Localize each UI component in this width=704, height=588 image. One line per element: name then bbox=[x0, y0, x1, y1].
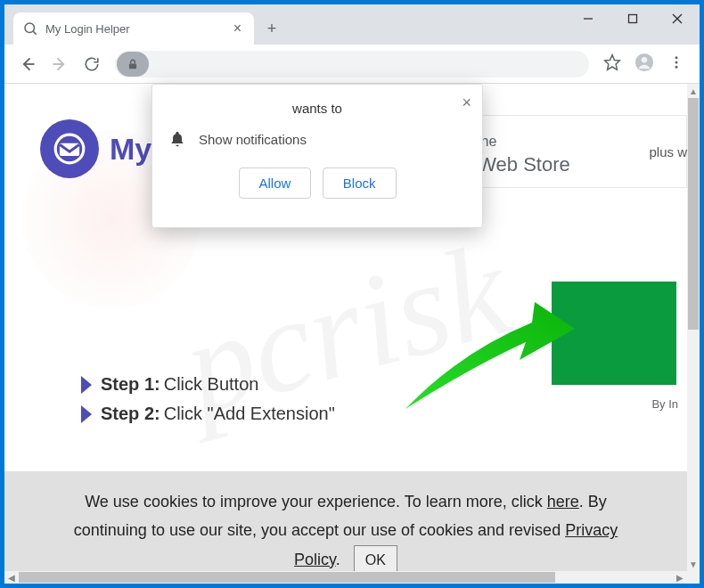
scroll-down-icon[interactable]: ▼ bbox=[687, 557, 700, 571]
svg-rect-3 bbox=[629, 15, 637, 23]
toolbar bbox=[4, 45, 700, 84]
svg-line-1 bbox=[33, 31, 36, 34]
scroll-v-track[interactable] bbox=[687, 98, 700, 557]
tab-close-icon[interactable]: × bbox=[230, 20, 245, 37]
scroll-v-thumb[interactable] bbox=[688, 98, 699, 330]
notification-close-icon[interactable]: × bbox=[462, 94, 471, 112]
tab-title: My Login Helper bbox=[45, 22, 230, 36]
bookmark-button[interactable] bbox=[596, 53, 628, 75]
svg-rect-8 bbox=[129, 63, 136, 69]
svg-point-12 bbox=[675, 56, 678, 59]
svg-point-13 bbox=[675, 61, 678, 63]
steps: Step 1: Click Button Step 2: Click "Add … bbox=[81, 374, 335, 433]
horizontal-scrollbar[interactable]: ◀ ▶ bbox=[4, 571, 687, 584]
browser-window: My Login Helper × + pcrisk bbox=[4, 4, 700, 584]
scroll-corner bbox=[687, 571, 700, 584]
step-1-text: Click Button bbox=[164, 374, 259, 395]
svg-marker-9 bbox=[605, 54, 620, 69]
cookie-text-3: . bbox=[336, 551, 340, 568]
vertical-scrollbar[interactable]: ▲ ▼ bbox=[687, 84, 700, 571]
svg-point-0 bbox=[25, 23, 35, 33]
forward-button[interactable] bbox=[44, 48, 76, 80]
titlebar: My Login Helper × + bbox=[4, 4, 700, 45]
cookie-text-1: We use cookies to improve your experienc… bbox=[85, 493, 547, 510]
browser-tab[interactable]: My Login Helper × bbox=[13, 12, 254, 45]
scroll-left-icon[interactable]: ◀ bbox=[4, 571, 19, 584]
cookie-bar: We use cookies to improve your experienc… bbox=[4, 471, 687, 571]
step-1-label: Step 1: bbox=[101, 374, 160, 395]
step-marker-icon bbox=[81, 376, 92, 394]
block-button[interactable]: Block bbox=[323, 167, 397, 199]
notification-body: Show notifications bbox=[199, 132, 307, 147]
step-2-label: Step 2: bbox=[101, 404, 160, 424]
step-marker-icon bbox=[81, 405, 92, 423]
mail-icon bbox=[53, 132, 86, 166]
scroll-right-icon[interactable]: ▶ bbox=[673, 571, 687, 584]
brand-logo: My bbox=[40, 119, 151, 178]
scroll-h-thumb[interactable] bbox=[19, 572, 555, 583]
address-bar[interactable] bbox=[115, 51, 589, 78]
brand-text: My bbox=[110, 132, 151, 167]
notification-body-row: Show notifications bbox=[168, 130, 466, 148]
reload-button[interactable] bbox=[76, 48, 108, 80]
close-window-button[interactable] bbox=[655, 4, 700, 33]
svg-point-14 bbox=[675, 65, 678, 68]
lock-icon bbox=[127, 58, 139, 70]
system-buttons bbox=[566, 4, 700, 33]
menu-button[interactable] bbox=[660, 54, 692, 74]
profile-button[interactable] bbox=[628, 53, 660, 76]
step-1: Step 1: Click Button bbox=[81, 374, 335, 395]
allow-button[interactable]: Allow bbox=[239, 167, 312, 199]
arrow-icon bbox=[388, 298, 575, 413]
green-box[interactable] bbox=[552, 282, 676, 385]
cookie-here-link[interactable]: here bbox=[547, 493, 579, 510]
plus-text: plus w bbox=[637, 144, 687, 159]
back-button[interactable] bbox=[12, 48, 44, 80]
minimize-button[interactable] bbox=[566, 4, 610, 33]
search-icon bbox=[22, 20, 38, 37]
notification-buttons: Allow Block bbox=[168, 167, 466, 199]
brand-icon bbox=[40, 119, 99, 178]
scroll-up-icon[interactable]: ▲ bbox=[687, 84, 700, 98]
new-tab-button[interactable]: + bbox=[259, 16, 284, 41]
bell-icon bbox=[168, 130, 186, 148]
scroll-h-track[interactable] bbox=[19, 571, 673, 584]
step-2: Step 2: Click "Add Extension" bbox=[81, 404, 335, 424]
svg-point-11 bbox=[642, 57, 647, 62]
maximize-button[interactable] bbox=[610, 4, 655, 33]
step-2-text: Click "Add Extension" bbox=[164, 404, 335, 424]
notification-popup: wants to × Show notifications Allow Bloc… bbox=[151, 84, 483, 228]
by-text: By In bbox=[651, 397, 678, 411]
notification-title: wants to bbox=[168, 101, 466, 116]
site-info-button[interactable] bbox=[117, 52, 149, 77]
